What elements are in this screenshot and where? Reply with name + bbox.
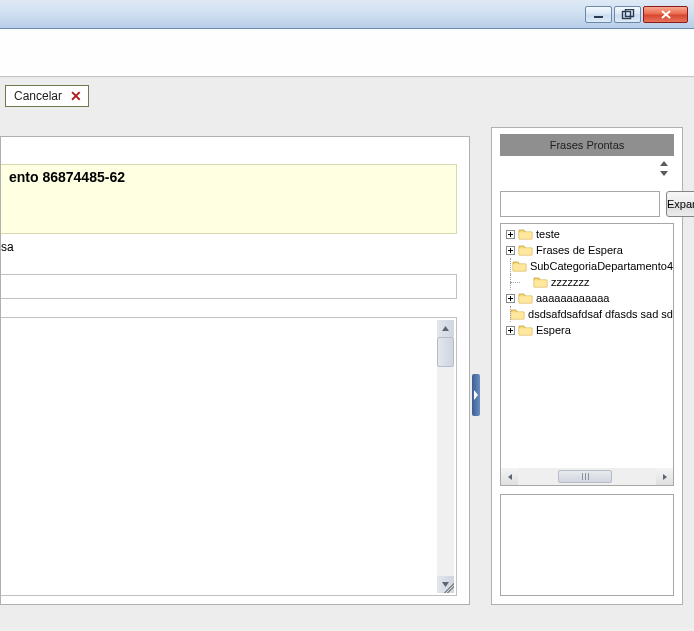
tree-item-label: Espera <box>536 324 571 336</box>
info-banner: ento 86874485-62 <box>1 164 457 234</box>
subject-input[interactable] <box>1 274 457 299</box>
svg-rect-24 <box>519 296 532 303</box>
scroll-thumb[interactable] <box>437 337 454 367</box>
svg-marker-7 <box>474 390 478 400</box>
expand-toggle-icon[interactable] <box>503 246 518 255</box>
tree-horizontal-scrollbar[interactable] <box>501 468 673 485</box>
tree-view[interactable]: testeFrases de EsperaSubCategoriaDeparta… <box>500 223 674 486</box>
info-banner-text: ento 86874485-62 <box>9 169 125 185</box>
tree-item-label: SubCategoriaDepartamento4 <box>530 260 673 272</box>
tree-item[interactable]: aaaaaaaaaaaa <box>503 290 673 306</box>
left-panel: ento 86874485-62 sa <box>0 136 470 605</box>
scroll-right-button[interactable] <box>656 468 673 485</box>
svg-rect-29 <box>519 328 532 335</box>
folder-icon <box>518 292 533 305</box>
maximize-button[interactable] <box>614 6 641 23</box>
tree-item[interactable]: teste <box>503 226 673 242</box>
tree-item[interactable]: Espera <box>503 322 673 338</box>
tree-item-label: zzzzzzz <box>551 276 590 288</box>
tree-item-label: Frases de Espera <box>536 244 623 256</box>
expand-button-label: Expandir <box>667 198 694 210</box>
minimize-button[interactable] <box>585 6 612 23</box>
content-area: Cancelar ✕ ento 86874485-62 sa <box>0 77 694 628</box>
right-panel: Frases Prontas Expandir testeFrases de E… <box>491 127 683 605</box>
svg-rect-1 <box>622 11 630 18</box>
tree-item[interactable]: Frases de Espera <box>503 242 673 258</box>
svg-rect-19 <box>513 264 526 271</box>
expand-toggle-icon[interactable] <box>503 230 518 239</box>
folder-icon <box>533 276 548 289</box>
tree-item[interactable]: zzzzzzz <box>503 274 673 290</box>
partial-label: sa <box>1 240 14 254</box>
window-titlebar <box>0 0 694 29</box>
svg-rect-20 <box>534 280 547 287</box>
expand-toggle-icon[interactable] <box>503 294 518 303</box>
scroll-up-button[interactable] <box>437 320 454 337</box>
svg-rect-2 <box>625 9 633 16</box>
folder-icon <box>518 244 533 257</box>
cancel-button[interactable]: Cancelar ✕ <box>5 85 89 107</box>
expand-button[interactable]: Expandir <box>666 191 694 217</box>
folder-icon <box>518 324 533 337</box>
scroll-thumb[interactable] <box>558 470 612 483</box>
svg-rect-0 <box>594 16 603 18</box>
tree-branch-icon <box>503 274 518 290</box>
close-button[interactable] <box>643 6 688 23</box>
folder-icon <box>512 260 527 273</box>
scroll-left-button[interactable] <box>501 468 518 485</box>
search-input[interactable] <box>500 191 660 217</box>
tree-item[interactable]: dsdsafdsafdsaf dfasds sad sd <box>503 306 673 322</box>
svg-marker-30 <box>508 474 512 480</box>
menu-strip <box>0 29 694 77</box>
splitter-handle[interactable] <box>472 374 480 416</box>
svg-rect-25 <box>511 312 524 319</box>
textarea-scrollbar[interactable] <box>437 320 454 593</box>
message-textarea[interactable] <box>1 317 457 596</box>
resize-grip-icon[interactable] <box>439 582 454 593</box>
preview-box <box>500 494 674 596</box>
cancel-button-label: Cancelar <box>14 89 62 103</box>
close-icon: ✕ <box>70 88 82 104</box>
svg-marker-5 <box>442 326 449 331</box>
folder-icon <box>518 228 533 241</box>
panel-title: Frases Prontas <box>500 134 674 156</box>
tree-item-label: teste <box>536 228 560 240</box>
tree-item-label: dsdsafdsafdsaf dfasds sad sd <box>528 308 673 320</box>
expand-toggle-icon[interactable] <box>503 326 518 335</box>
tree-item[interactable]: SubCategoriaDepartamento4 <box>503 258 673 274</box>
svg-marker-10 <box>660 171 668 176</box>
svg-rect-14 <box>519 232 532 239</box>
tree-branch-icon <box>503 306 507 322</box>
svg-marker-31 <box>663 474 667 480</box>
tree-branch-icon <box>503 258 507 274</box>
svg-marker-9 <box>660 161 668 166</box>
svg-rect-18 <box>519 248 532 255</box>
tree-item-label: aaaaaaaaaaaa <box>536 292 609 304</box>
spinner-control[interactable] <box>656 160 672 178</box>
folder-icon <box>510 308 525 321</box>
